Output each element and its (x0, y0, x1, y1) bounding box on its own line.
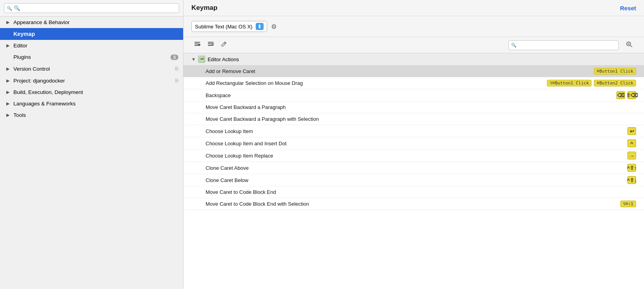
action-name: Move Caret Backward a Paragraph (206, 104, 636, 110)
shortcut-list: ^⇧↓ (627, 176, 636, 184)
shortcut-list: ^ (627, 139, 636, 147)
sidebar-search-wrapper: 🔍 (4, 3, 179, 13)
shortcut-list: ↩ (627, 127, 636, 135)
action-name: Backspace (206, 92, 616, 98)
arrow-icon: ▶ (6, 113, 12, 118)
svg-rect-4 (208, 42, 213, 43)
arrow-icon: ▶ (6, 78, 12, 83)
svg-rect-6 (208, 45, 213, 46)
shortcut-key-icon: ↩ (627, 127, 636, 135)
sidebar-item-label: Project: djangodocker (13, 78, 175, 84)
shortcut-list: ⌥⌘Button1 Click ⌘Button2 Click (547, 80, 636, 86)
action-name: Clone Caret Above (206, 165, 627, 171)
table-row[interactable]: Move Caret Backward a Paragraph (183, 101, 644, 113)
action-name: Add or Remove Caret (206, 68, 594, 74)
shortcut-key-icon: ⌫ (616, 91, 625, 99)
action-name: Move Caret to Code Block End (206, 189, 636, 195)
shortcut-list: ⌫ ⇧⌫ (616, 91, 636, 99)
action-name: Add Rectangular Selection on Mouse Drag (206, 80, 547, 86)
toolbar-search-wrapper: 🔍 (508, 40, 619, 50)
svg-line-8 (224, 43, 225, 44)
table-row[interactable]: Backspace ⌫ ⇧⌫ (183, 89, 644, 101)
edit-button[interactable] (218, 40, 229, 50)
action-name: Choose Lookup Item (206, 128, 627, 134)
sidebar-search-container: 🔍 (0, 0, 183, 17)
sidebar-search-input[interactable] (4, 3, 179, 13)
shortcut-list: ^⇧↑ (627, 164, 636, 172)
action-name: Move Caret to Code Block End with Select… (206, 201, 620, 207)
shortcut-list: → (627, 152, 636, 160)
sidebar-items-list: ▶ Appearance & Behavior Keymap ▶ Editor … (0, 17, 183, 289)
shortcut-badge: ⌘Button2 Click (594, 80, 636, 86)
sidebar-item-label: Plugins (13, 54, 170, 60)
shortcut-key-icon: ^⇧↓ (627, 176, 636, 184)
svg-line-10 (630, 45, 632, 47)
sidebar-item-build[interactable]: ▶ Build, Execution, Deployment (0, 86, 183, 98)
action-name: Choose Lookup Item Replace (206, 153, 627, 159)
sidebar-item-editor[interactable]: ▶ Editor (0, 40, 183, 51)
group-collapse-arrow-icon: ▼ (191, 57, 196, 62)
table-row[interactable]: Move Caret Backward a Paragraph with Sel… (183, 113, 644, 125)
keymap-selector-value: Sublime Text (Mac OS X) (195, 24, 253, 30)
sidebar-item-languages[interactable]: ▶ Languages & Frameworks (0, 98, 183, 109)
collapse-all-icon (194, 41, 201, 48)
sidebar-item-keymap[interactable]: Keymap (0, 28, 183, 40)
table-row[interactable]: Move Caret to Code Block End with Select… (183, 198, 644, 210)
shortcut-badge: ⌥⌘Button1 Click (547, 80, 592, 86)
action-name: Move Caret Backward a Paragraph with Sel… (206, 116, 636, 122)
arrow-icon: ▶ (6, 90, 12, 95)
sidebar-item-label: Keymap (13, 31, 178, 37)
gear-icon[interactable]: ⚙ (271, 23, 277, 30)
sidebar-item-label: Version Control (13, 66, 175, 72)
editor-actions-group-header[interactable]: ▼ Editor Actions (183, 53, 644, 66)
expand-all-icon (207, 41, 214, 48)
arrow-icon: ▶ (6, 20, 12, 25)
collapse-all-button[interactable] (191, 39, 203, 51)
find-usages-button[interactable] (623, 39, 636, 51)
copy-icon: ⎘ (175, 77, 178, 84)
chevron-down-icon: ⬍ (256, 23, 264, 30)
reset-button[interactable]: Reset (620, 5, 636, 11)
find-usages-icon (626, 41, 633, 48)
sidebar-search-icon: 🔍 (7, 6, 12, 11)
svg-point-11 (628, 43, 629, 45)
shortcut-badge: ⌘Button1 Click (594, 68, 636, 75)
sidebar-item-tools[interactable]: ▶ Tools (0, 109, 183, 121)
editor-actions-group-icon (198, 56, 205, 63)
sidebar-item-plugins[interactable]: Plugins 3 (0, 51, 183, 63)
sidebar-item-version-control[interactable]: ▶ Version Control ⎘ (0, 63, 183, 75)
main-layout: 🔍 ▶ Appearance & Behavior Keymap ▶ Edito… (0, 0, 644, 289)
toolbar-search-icon: 🔍 (511, 43, 517, 48)
svg-rect-14 (200, 59, 203, 60)
edit-icon (221, 41, 227, 47)
sidebar-item-label: Tools (13, 112, 178, 118)
table-row[interactable]: Add Rectangular Selection on Mouse Drag … (183, 77, 644, 89)
actions-container: ▼ Editor Actions Add or Remove Caret ⌘Bu… (183, 53, 644, 289)
plugins-badge: 3 (170, 54, 178, 60)
keymap-selector[interactable]: Sublime Text (Mac OS X) ⬍ (191, 21, 267, 32)
table-row[interactable]: Add or Remove Caret ⌘Button1 Click (183, 66, 644, 77)
table-row[interactable]: Choose Lookup Item Replace → (183, 150, 644, 162)
sidebar: 🔍 ▶ Appearance & Behavior Keymap ▶ Edito… (0, 0, 183, 289)
action-name: Clone Caret Below (206, 177, 627, 183)
sidebar-item-label: Appearance & Behavior (13, 19, 178, 25)
page-title: Keymap (191, 4, 217, 12)
svg-rect-2 (195, 45, 200, 46)
table-row[interactable]: Choose Lookup Item and Insert Dot ^ (183, 137, 644, 150)
content-header: Keymap Reset (183, 0, 644, 16)
shortcut-badge: ⌥⌘⇧1 (620, 201, 637, 207)
svg-rect-13 (200, 58, 202, 59)
sidebar-item-project[interactable]: ▶ Project: djangodocker ⎘ (0, 75, 183, 86)
svg-rect-1 (195, 43, 198, 44)
sidebar-item-appearance[interactable]: ▶ Appearance & Behavior (0, 17, 183, 28)
table-row[interactable]: Move Caret to Code Block End (183, 186, 644, 198)
table-row[interactable]: Clone Caret Below ^⇧↓ (183, 174, 644, 186)
table-row[interactable]: Choose Lookup Item ↩ (183, 125, 644, 137)
arrow-icon: ▶ (6, 101, 12, 106)
shortcut-key-icon: → (627, 152, 636, 160)
copy-icon: ⎘ (175, 66, 178, 72)
table-row[interactable]: Clone Caret Above ^⇧↑ (183, 162, 644, 174)
keymap-search-input[interactable] (508, 40, 619, 50)
shortcut-key-icon: ⇧⌫ (627, 91, 636, 99)
expand-all-button[interactable] (205, 39, 217, 51)
